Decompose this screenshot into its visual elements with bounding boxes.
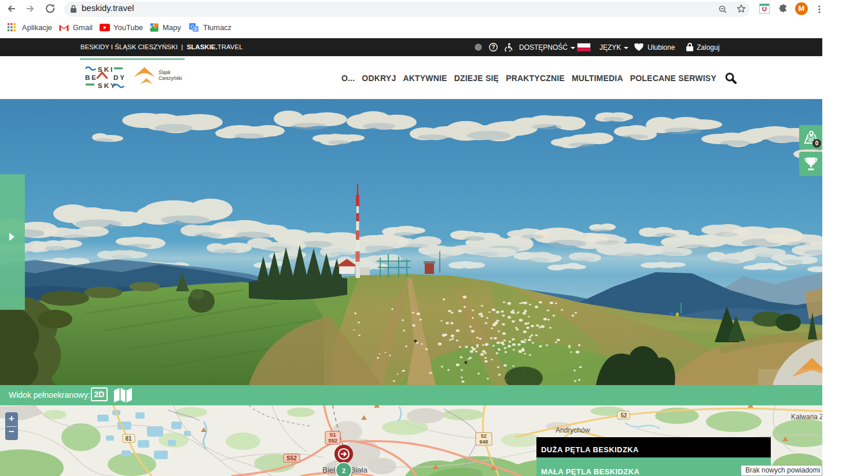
svg-text:52: 52 xyxy=(481,433,487,439)
svg-text:81: 81 xyxy=(125,435,132,442)
svg-text:?: ? xyxy=(491,44,495,50)
svg-text:S52: S52 xyxy=(286,455,297,462)
svg-text:S1: S1 xyxy=(329,432,336,438)
svg-text:Cieszyński: Cieszyński xyxy=(159,75,182,81)
svg-text:文: 文 xyxy=(193,27,198,32)
svg-text:948: 948 xyxy=(479,439,488,445)
svg-text:2: 2 xyxy=(342,467,345,474)
svg-text:SKI: SKI xyxy=(98,66,114,73)
svg-text:52: 52 xyxy=(620,412,627,419)
svg-text:BE: BE xyxy=(85,74,98,81)
svg-text:Andrychów: Andrychów xyxy=(556,426,590,434)
svg-text:DY: DY xyxy=(113,74,126,81)
svg-text:S52: S52 xyxy=(328,438,337,444)
svg-text:Śląsk: Śląsk xyxy=(159,69,171,75)
svg-text:Kalwaria Ze: Kalwaria Ze xyxy=(791,413,822,421)
